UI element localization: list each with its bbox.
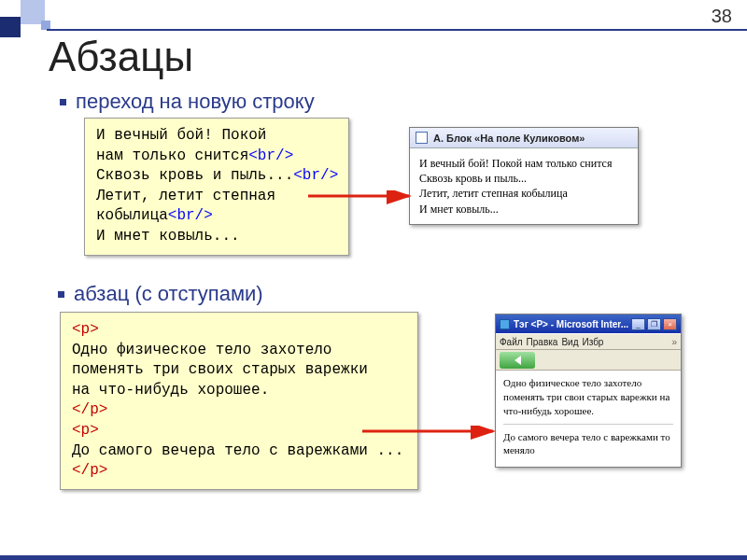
menu-chevron-icon: »: [671, 337, 677, 347]
code-tag-p: </p>: [72, 462, 107, 479]
browser-window-1: А. Блок «На поле Куликовом» И вечный бой…: [409, 127, 639, 225]
code-tag-p: <p>: [72, 321, 99, 338]
arrow-icon: [308, 190, 420, 209]
arrow-left-icon: [514, 356, 521, 365]
code-text: на что-нибудь хорошее.: [72, 382, 269, 399]
menu-fav[interactable]: Избр: [582, 337, 603, 347]
menu-edit[interactable]: Правка: [527, 337, 558, 347]
bullet-dot-icon: [58, 291, 64, 298]
menu-view[interactable]: Вид: [561, 337, 578, 347]
ie-icon: [500, 319, 510, 329]
footer-bar: [0, 555, 747, 560]
browser-body: И вечный бой! Покой нам только снится Ск…: [410, 148, 638, 224]
maximize-button[interactable]: ❐: [647, 318, 661, 330]
page-number: 38: [712, 6, 732, 27]
ie-title-text: Тэг <P> - Microsoft Inter...: [514, 319, 628, 329]
code-tag-br: <br/>: [168, 207, 213, 224]
code-text: И мнет ковыль...: [96, 228, 240, 245]
code-text: Сквозь кровь и пыль...: [96, 167, 293, 184]
browser-window-2: Тэг <P> - Microsoft Inter... _ ❐ × Файл …: [495, 314, 682, 468]
back-button[interactable]: [500, 352, 535, 369]
close-button[interactable]: ×: [663, 318, 677, 330]
slide-title: Абзацы: [49, 34, 193, 80]
bullet-paragraph: абзац (с отступами): [58, 282, 263, 306]
menu-file[interactable]: Файл: [500, 337, 523, 347]
ie-toolbar: [496, 350, 681, 371]
page-icon: [416, 132, 428, 144]
bullet-label: переход на новую строку: [76, 90, 315, 114]
code-tag-br: <br/>: [248, 147, 293, 164]
browser-body: Одно физическое тело захотело поменять т…: [496, 371, 681, 467]
ie-titlebar: Тэг <P> - Microsoft Inter... _ ❐ ×: [496, 315, 681, 333]
code-text: Одно физическое тело захотело: [72, 342, 331, 358]
browser-title: А. Блок «На поле Куликовом»: [433, 133, 585, 144]
code-text: Летит, летит степная: [96, 188, 275, 204]
minimize-button[interactable]: _: [631, 318, 645, 330]
bullet-newline: переход на новую строку: [60, 90, 315, 114]
rendered-line: Летит, летит степная кобылица: [419, 186, 628, 201]
ie-menubar: Файл Правка Вид Избр »: [496, 333, 681, 350]
code-tag-p: </p>: [72, 401, 107, 418]
code-block-br: И вечный бой! Покой нам только снится<br…: [84, 118, 349, 256]
deco-square: [0, 17, 21, 37]
code-tag-p: <p>: [72, 422, 99, 439]
rendered-line: И вечный бой! Покой нам только снится: [419, 156, 628, 171]
code-text: И вечный бой! Покой: [96, 127, 266, 144]
window-buttons: _ ❐ ×: [631, 318, 677, 330]
code-text: До самого вечера тело с варежками ...: [72, 442, 403, 459]
arrow-icon: [362, 426, 504, 444]
divider: [503, 424, 673, 425]
code-block-p: <p> Одно физическое тело захотело поменя…: [60, 312, 418, 490]
rendered-line: И мнет ковыль...: [419, 202, 628, 217]
rendered-paragraph: Одно физическое тело захотело поменять т…: [503, 376, 673, 418]
deco-top: [0, 0, 747, 35]
deco-line: [47, 29, 747, 31]
ie-title: Тэг <P> - Microsoft Inter...: [500, 319, 628, 329]
browser-titlebar: А. Блок «На поле Куликовом»: [410, 128, 638, 148]
code-text: поменять три своих старых варежки: [72, 361, 368, 378]
rendered-line: Сквозь кровь и пыль...: [419, 171, 628, 186]
code-text: нам только снится: [96, 147, 248, 164]
code-text: кобылица: [96, 207, 168, 224]
bullet-label: абзац (с отступами): [74, 282, 263, 306]
rendered-paragraph: До самого вечера тело с варежками то мен…: [503, 430, 673, 458]
bullet-dot-icon: [60, 99, 66, 105]
code-tag-br: <br/>: [293, 167, 338, 184]
